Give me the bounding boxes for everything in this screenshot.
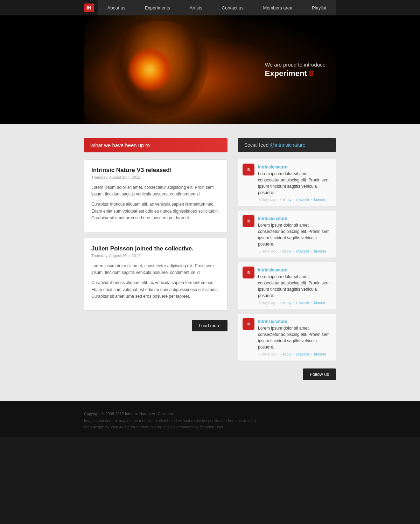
footer-legal-1: Images and content may not be modified o…: [84, 418, 336, 424]
tweet-favorite-1[interactable]: favorite: [314, 198, 327, 202]
hero-banner: We are proud to introduce Experiment 8: [84, 15, 336, 124]
tweet-favorite-3[interactable]: favorite: [314, 301, 327, 305]
nav-item-contact[interactable]: Contact us: [218, 5, 247, 11]
news-body-2b: Curabitur rhoncus aliquam elit, ac vehic…: [91, 280, 220, 300]
dot-4: •: [279, 249, 282, 253]
tweet-content-4: intrinsicnature Lorem ipsum dolor sit am…: [258, 318, 331, 356]
dot-2: •: [292, 198, 296, 202]
tweet-avatar-1: IN: [243, 164, 254, 175]
hero-glow: [129, 49, 171, 91]
tweet-reply-4[interactable]: reply: [283, 352, 292, 356]
logo[interactable]: IN: [84, 4, 94, 12]
tweet-retweet-2[interactable]: retweet: [296, 249, 309, 253]
tweet-card-4: IN intrinsicnature Lorem ipsum dolor sit…: [238, 313, 336, 361]
follow-button[interactable]: Follow us: [303, 368, 336, 380]
tweet-favorite-2[interactable]: favorite: [314, 249, 327, 253]
footer-legal-2: Web design by Vlad Axinte for Intrinsic …: [84, 424, 336, 430]
dot-9: •: [310, 301, 313, 305]
hero-number: 8: [309, 69, 313, 78]
tweet-retweet-3[interactable]: retweet: [296, 301, 309, 305]
tweet-user-1[interactable]: intrinsicnature: [258, 165, 287, 170]
tweet-meta-2: 6 days ago • reply • retweet • favorite: [258, 249, 331, 253]
tweet-card-3: IN intrinsicnature Lorem ipsum dolor sit…: [238, 262, 336, 309]
tweet-meta-4: 6 days ago • reply • retweet • favorite: [258, 352, 331, 356]
tweet-card-1: IN intrinsicnature Lorem ipsum dolor sit…: [238, 159, 336, 206]
nav-wrapper: IN About us Experiments Artists Contact …: [84, 0, 336, 15]
social-feed-label: Social feed: [244, 142, 270, 148]
dot-6: •: [310, 249, 313, 253]
news-date-1: Thursday, August 26th, 2012: [91, 175, 220, 179]
tweet-content-3: intrinsicnature Lorem ipsum dolor sit am…: [258, 267, 331, 305]
tweet-time-3: 6 days ago: [259, 301, 278, 305]
tweet-retweet-1[interactable]: retweet: [296, 198, 309, 202]
tweet-avatar-3: IN: [243, 267, 254, 278]
tweet-favorite-4[interactable]: favorite: [314, 352, 327, 356]
hero-figure: [84, 15, 235, 124]
tweet-reply-2[interactable]: reply: [283, 249, 292, 253]
tweet-user-2[interactable]: intrinsicnature: [258, 216, 287, 221]
news-body-2a: Lorem ipsum dolor sit amet, consectetur …: [91, 263, 220, 276]
left-column: What we have been up to Intrinsic Nature…: [84, 138, 227, 380]
tweet-text-3: Lorem ipsum dolor sit amet, consectetur …: [258, 274, 331, 299]
tweet-meta-3: 6 days ago • reply • retweet • favorite: [258, 301, 331, 305]
tweet-text-2: Lorem ipsum dolor sit amet, consectetur …: [258, 222, 331, 247]
dot-5: •: [292, 249, 296, 253]
nav-item-experiments[interactable]: Experiments: [141, 5, 174, 11]
main-content: What we have been up to Intrinsic Nature…: [84, 138, 336, 380]
hero-section: We are proud to introduce Experiment 8: [0, 15, 420, 124]
news-body-1b: Curabitur rhoncus aliquam elit, ac vehic…: [91, 201, 220, 221]
tweet-reply-1[interactable]: reply: [283, 198, 292, 202]
main-content-area: What we have been up to Intrinsic Nature…: [0, 124, 420, 401]
right-column: Social feed @intrinsicnature IN intrinsi…: [238, 138, 336, 380]
tweet-text-1: Lorem ipsum dolor sit amet, consectetur …: [258, 171, 331, 196]
tweet-content-1: intrinsicnature Lorem ipsum dolor sit am…: [258, 164, 331, 202]
left-section-header: What we have been up to: [84, 138, 227, 152]
news-card-1: Intrinsic Nature V3 released! Thursday, …: [84, 159, 227, 232]
tweet-reply-3[interactable]: reply: [283, 301, 292, 305]
tweet-time-2: 6 days ago: [259, 249, 278, 253]
nav-item-members[interactable]: Members area: [259, 5, 296, 11]
news-title-1: Intrinsic Nature V3 released!: [91, 167, 220, 174]
tweet-time-1: 6 days ago: [259, 198, 278, 202]
dot-7: •: [279, 301, 282, 305]
news-title-2: Julien Poisson joined the collective.: [91, 245, 220, 252]
tweet-meta-1: 6 days ago • reply • retweet • favorite: [258, 198, 331, 202]
header: IN About us Experiments Artists Contact …: [0, 0, 420, 15]
nav-item-artists[interactable]: Artists: [186, 5, 206, 11]
dot-3: •: [310, 198, 313, 202]
tweet-time-4: 6 days ago: [259, 352, 278, 356]
hero-title-main: Experiment: [265, 69, 309, 78]
right-section-header: Social feed @intrinsicnature: [238, 138, 336, 152]
tweet-avatar-2: IN: [243, 215, 254, 227]
tweet-retweet-4[interactable]: retweet: [296, 352, 309, 356]
tweet-content-2: intrinsicnature Lorem ipsum dolor sit am…: [258, 215, 331, 253]
news-body-1a: Lorem ipsum dolor sit amet, consectetur …: [91, 184, 220, 198]
footer-inner: Copyright © 2008-2012 Intrinsic Nature A…: [84, 412, 336, 430]
hero-title: Experiment 8: [265, 69, 326, 78]
news-date-2: Thursday, August 26th, 2012: [91, 254, 220, 258]
dot-1: •: [279, 198, 282, 202]
news-card-2: Julien Poisson joined the collective. Th…: [84, 238, 227, 311]
tweet-text-4: Lorem ipsum dolor sit amet, consectetur …: [258, 325, 331, 350]
dot-12: •: [310, 352, 313, 356]
load-more-button[interactable]: Load more: [192, 320, 227, 331]
tweet-card-2: IN intrinsicnature Lorem ipsum dolor sit…: [238, 211, 336, 258]
footer: Copyright © 2008-2012 Intrinsic Nature A…: [0, 401, 420, 437]
hero-silhouette: [111, 21, 209, 119]
dot-8: •: [292, 301, 296, 305]
nav-bar: About us Experiments Artists Contact us …: [98, 0, 336, 15]
nav-item-about[interactable]: About us: [104, 5, 129, 11]
dot-10: •: [279, 352, 282, 356]
dot-11: •: [292, 352, 296, 356]
twitter-handle[interactable]: @intrinsicnature: [270, 142, 305, 148]
tweet-user-3[interactable]: intrinsicnature: [258, 268, 287, 273]
hero-text: We are proud to introduce Experiment 8: [265, 62, 326, 78]
footer-copyright: Copyright © 2008-2012 Intrinsic Nature A…: [84, 412, 336, 416]
tweet-avatar-4: IN: [243, 318, 254, 330]
nav-item-playlist[interactable]: Playlist: [308, 5, 330, 11]
tweet-user-4[interactable]: intrinsicnature: [258, 319, 287, 324]
hero-subtitle: We are proud to introduce: [265, 62, 326, 68]
